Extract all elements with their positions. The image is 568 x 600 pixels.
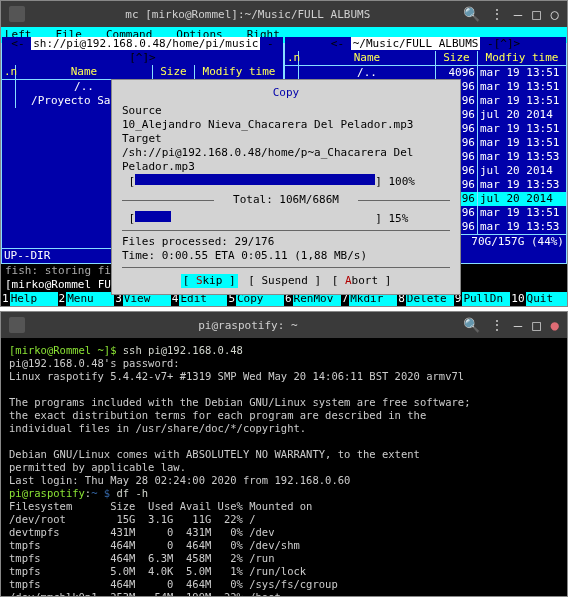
- terminal-output[interactable]: [mirko@Rommel ~]$ ssh pi@192.168.0.48 pi…: [1, 338, 567, 596]
- close-icon[interactable]: ○: [551, 6, 559, 22]
- term-window-controls: 🔍 ⋮ — □ ●: [463, 317, 559, 333]
- mc-window-controls: 🔍 ⋮ — □ ○: [463, 6, 559, 22]
- abort-button[interactable]: [ Abort ]Abort: [332, 274, 392, 288]
- target-label: Target: [122, 132, 450, 146]
- source-label: Source: [122, 104, 450, 118]
- term-titlebar[interactable]: pi@raspotify: ~ 🔍 ⋮ — □ ●: [1, 312, 567, 338]
- file-progress: [] 100%: [122, 174, 450, 189]
- time-eta: Time: 0:00.55 ETA 0:05.11 (1,88 MB/s): [122, 249, 450, 263]
- mc-titlebar[interactable]: mc [mirko@Rommel]:~/Music/FULL ALBUMS 🔍 …: [1, 1, 567, 27]
- files-processed: Files processed: 29/176: [122, 235, 450, 249]
- terminal-window: pi@raspotify: ~ 🔍 ⋮ — □ ● [mirko@Rommel …: [0, 311, 568, 597]
- total-progress: [] 15%: [122, 211, 450, 226]
- dialog-buttons: [ SSkipkip ] [ Suspend ] [ Abort ]Abort: [122, 274, 450, 288]
- terminal-icon: [9, 317, 25, 333]
- minimize-icon[interactable]: —: [514, 317, 522, 333]
- suspend-button[interactable]: [ Suspend ]: [248, 274, 321, 288]
- minimize-icon[interactable]: —: [514, 6, 522, 22]
- mc-window: mc [mirko@Rommel]:~/Music/FULL ALBUMS 🔍 …: [0, 0, 568, 307]
- skip-button[interactable]: [ SSkipkip ]: [181, 274, 238, 288]
- right-panel-header: .n Name Size Modfiy time: [285, 51, 566, 66]
- list-item[interactable]: /..4096mar 19 13:51: [285, 66, 566, 80]
- search-icon[interactable]: 🔍: [463, 317, 480, 333]
- left-panel-title: <- sh://pi@192.168.0.48/home/pi/music -[…: [2, 37, 283, 65]
- menu-icon[interactable]: ⋮: [490, 6, 504, 22]
- term-window-title: pi@raspotify: ~: [33, 319, 463, 332]
- terminal-icon: [9, 6, 25, 22]
- func-key-pulldn[interactable]: 9PullDn: [454, 292, 511, 306]
- func-key-menu[interactable]: 2Menu: [58, 292, 115, 306]
- left-panel-header: .n Name Size Modify time: [2, 65, 283, 80]
- right-panel-title: <- ~/Music/FULL ALBUMS -[^]>: [285, 37, 566, 51]
- close-icon[interactable]: ●: [551, 317, 559, 333]
- menu-icon[interactable]: ⋮: [490, 317, 504, 333]
- target-file: /sh://pi@192.168.0.48/home/p~a_Chacarera…: [122, 146, 450, 174]
- func-key-help[interactable]: 1Help: [1, 292, 58, 306]
- dialog-title: Copy: [122, 86, 450, 100]
- search-icon[interactable]: 🔍: [463, 6, 480, 22]
- func-key-quit[interactable]: 10Quit: [510, 292, 567, 306]
- copy-dialog: Copy Source 10_Alejandro Nieva_Chacarera…: [111, 79, 461, 295]
- source-file: 10_Alejandro Nieva_Chacarera Del Pelador…: [122, 118, 450, 132]
- mc-window-title: mc [mirko@Rommel]:~/Music/FULL ALBUMS: [33, 8, 463, 21]
- maximize-icon[interactable]: □: [532, 317, 540, 333]
- total-separator: Total: 106M/686M: [122, 193, 450, 207]
- maximize-icon[interactable]: □: [532, 6, 540, 22]
